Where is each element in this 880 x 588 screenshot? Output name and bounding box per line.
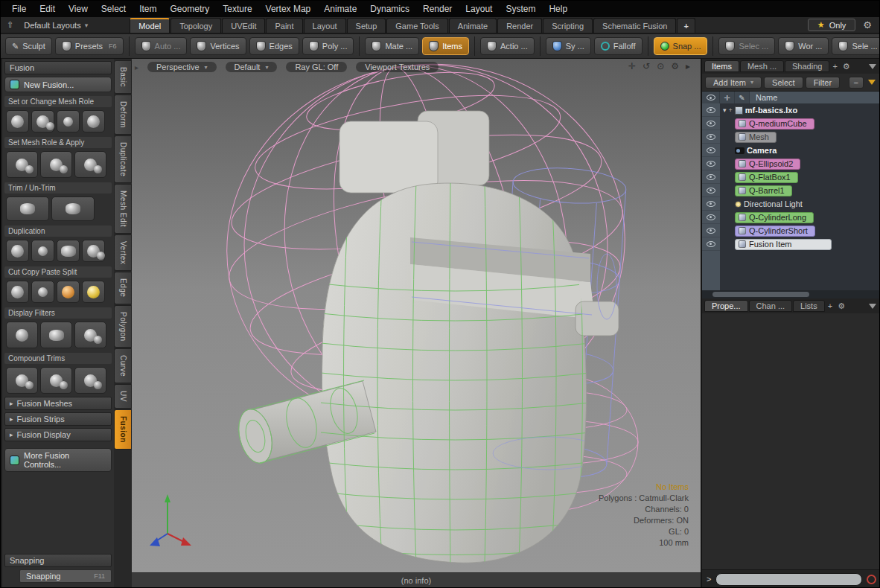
fusion-meshes-section[interactable]: ▸ Fusion Meshes bbox=[4, 397, 112, 410]
tab-channels[interactable]: Chan ... bbox=[749, 300, 793, 312]
item-label[interactable]: Mesh bbox=[749, 132, 769, 141]
filter-icon[interactable] bbox=[869, 64, 876, 69]
eye-toggle[interactable] bbox=[702, 224, 720, 237]
tab-items[interactable]: Items bbox=[704, 60, 739, 72]
snapping-toggle-button[interactable]: Snapping F11 bbox=[19, 569, 112, 583]
auto-select-button[interactable]: Auto ... bbox=[135, 37, 188, 55]
menu-geometry[interactable]: Geometry bbox=[164, 1, 217, 17]
chevron-down-icon[interactable]: ▾ bbox=[723, 106, 727, 114]
tab-render[interactable]: Render bbox=[497, 18, 542, 33]
menu-dynamics[interactable]: Dynamics bbox=[363, 1, 416, 17]
item-row[interactable]: Q-mediumCube bbox=[702, 117, 880, 130]
tool-tab-curve[interactable]: Curve bbox=[114, 348, 132, 383]
menu-system[interactable]: System bbox=[499, 1, 542, 17]
pin-column-header[interactable]: ✛ bbox=[720, 92, 735, 103]
apply-primary-button[interactable] bbox=[6, 151, 38, 178]
paste-button[interactable] bbox=[57, 281, 80, 303]
command-input[interactable] bbox=[715, 573, 862, 586]
filter-solo-button[interactable] bbox=[40, 322, 72, 348]
item-row[interactable]: ▾ + mf-basics.lxo bbox=[702, 103, 880, 117]
materials-button[interactable]: Mate ... bbox=[365, 37, 419, 55]
mesh-role-trim-button[interactable] bbox=[31, 110, 54, 132]
tab-schematic-fusion[interactable]: Schematic Fusion bbox=[593, 18, 676, 33]
eye-toggle[interactable] bbox=[702, 211, 720, 224]
edges-button[interactable]: Edges bbox=[249, 37, 299, 55]
mesh-role-clear-button[interactable] bbox=[82, 110, 105, 132]
selection-button[interactable]: Sele ... bbox=[832, 37, 880, 55]
polygons-button[interactable]: Poly ... bbox=[302, 37, 354, 55]
filter-button[interactable]: Filter bbox=[806, 77, 840, 89]
item-label[interactable]: Q-Barrel1 bbox=[749, 186, 785, 195]
menu-vertex-map[interactable]: Vertex Map bbox=[259, 1, 318, 17]
compound-trim-b-button[interactable] bbox=[40, 367, 72, 394]
presets-button[interactable]: Presets F6 bbox=[55, 37, 124, 55]
snapping-panel-header[interactable]: Snapping bbox=[4, 554, 112, 567]
mirror-button[interactable] bbox=[57, 240, 80, 262]
menu-help[interactable]: Help bbox=[542, 1, 574, 17]
shading-mode-selector[interactable]: Default ▾ bbox=[226, 62, 278, 72]
record-macro-icon[interactable] bbox=[867, 575, 876, 584]
rotate-icon[interactable]: ↺ bbox=[643, 61, 650, 71]
menu-file[interactable]: File bbox=[5, 1, 33, 17]
sculpt-button[interactable]: ✎ Sculpt bbox=[5, 37, 52, 55]
menu-select[interactable]: Select bbox=[95, 1, 133, 17]
viewport-expander-icon[interactable]: ▸ bbox=[135, 63, 138, 71]
layout-selector[interactable]: Default Layouts ▾ bbox=[18, 20, 94, 31]
falloff-button[interactable]: Falloff bbox=[594, 37, 643, 55]
zoom-icon[interactable]: ⊙ bbox=[657, 61, 664, 71]
item-label[interactable]: Q-Ellipsoid2 bbox=[749, 159, 793, 168]
work-plane-button[interactable]: Wor ... bbox=[778, 37, 829, 55]
filter-all-button[interactable] bbox=[6, 322, 38, 348]
split-button[interactable] bbox=[82, 281, 105, 303]
horizontal-scrollbar[interactable] bbox=[702, 290, 880, 298]
add-tab-icon[interactable]: + bbox=[830, 62, 839, 71]
compound-trim-c-button[interactable] bbox=[74, 367, 106, 394]
fusion-display-section[interactable]: ▸ Fusion Display bbox=[4, 428, 112, 441]
more-fusion-controls-button[interactable]: More Fusion Controls... bbox=[4, 448, 112, 472]
tool-tab-vertex[interactable]: Vertex bbox=[114, 234, 132, 271]
copy-button[interactable] bbox=[31, 281, 54, 303]
untrim-button[interactable] bbox=[51, 196, 95, 221]
apply-trim-button[interactable] bbox=[40, 151, 72, 178]
pan-icon[interactable]: ✛ bbox=[628, 61, 636, 71]
eye-toggle[interactable] bbox=[702, 144, 720, 157]
eye-toggle[interactable] bbox=[702, 103, 720, 117]
item-label[interactable]: Fusion Item bbox=[749, 240, 791, 249]
tool-column-header[interactable]: ✎ bbox=[735, 92, 750, 103]
eye-toggle[interactable] bbox=[702, 184, 720, 197]
tab-model[interactable]: Model bbox=[130, 18, 170, 33]
eye-toggle[interactable] bbox=[702, 237, 720, 251]
menu-edit[interactable]: Edit bbox=[33, 1, 62, 17]
vertices-button[interactable]: Vertices bbox=[190, 37, 246, 55]
add-tab-icon[interactable]: + bbox=[826, 301, 835, 310]
tab-shading[interactable]: Shading bbox=[785, 60, 829, 72]
tab-properties[interactable]: Prope... bbox=[704, 300, 748, 312]
instance-button[interactable] bbox=[31, 240, 54, 262]
snapping-button[interactable]: Snap ... bbox=[654, 37, 708, 55]
item-label[interactable]: Camera bbox=[747, 146, 777, 155]
eye-toggle[interactable] bbox=[702, 170, 720, 184]
item-label[interactable]: Q-CylinderShort bbox=[749, 226, 808, 235]
filter-icon[interactable] bbox=[869, 304, 876, 309]
item-row[interactable]: Q-CylinderShort bbox=[702, 224, 880, 237]
add-item-button[interactable]: Add Item ▾ bbox=[705, 77, 762, 89]
apply-subtract-button[interactable] bbox=[74, 151, 106, 178]
eye-toggle[interactable] bbox=[702, 130, 720, 144]
item-label[interactable]: Q-mediumCube bbox=[749, 119, 807, 128]
mesh-role-primary-button[interactable] bbox=[6, 110, 29, 132]
tab-topology[interactable]: Topology bbox=[170, 18, 221, 33]
compound-trim-a-button[interactable] bbox=[6, 367, 38, 394]
item-row[interactable]: Q-Ellipsoid2 bbox=[702, 157, 880, 170]
tool-tab-duplicate[interactable]: Duplicate bbox=[114, 135, 132, 183]
tool-tab-uv[interactable]: UV bbox=[114, 384, 132, 409]
eye-toggle[interactable] bbox=[702, 197, 720, 211]
menu-animate[interactable]: Animate bbox=[317, 1, 363, 17]
tab-setup[interactable]: Setup bbox=[347, 18, 386, 33]
mesh-role-subtract-button[interactable] bbox=[57, 110, 80, 132]
array-button[interactable] bbox=[82, 240, 105, 262]
symmetry-button[interactable]: Sy ... bbox=[546, 37, 591, 55]
item-row[interactable]: Q-CylinderLong bbox=[702, 211, 880, 224]
item-row[interactable]: Mesh bbox=[702, 130, 880, 144]
tab-game-tools[interactable]: Game Tools bbox=[386, 18, 448, 33]
filter-wire-button[interactable] bbox=[74, 322, 106, 348]
